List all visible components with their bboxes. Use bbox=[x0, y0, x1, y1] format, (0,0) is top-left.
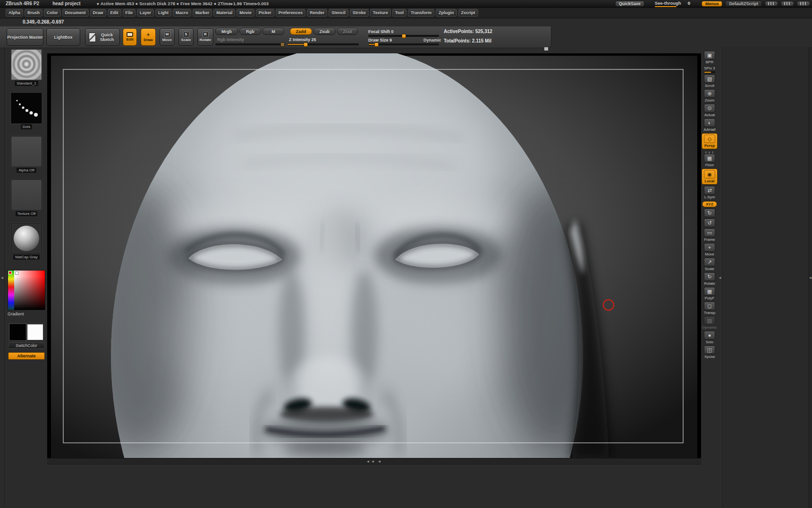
projection-master-button[interactable]: Projection Master bbox=[7, 28, 43, 46]
menu-item[interactable]: Zplugin bbox=[436, 9, 457, 17]
shelf-button[interactable]: ◫ Xpose bbox=[702, 346, 718, 359]
menu-item[interactable]: Material bbox=[213, 9, 235, 17]
color-picker[interactable] bbox=[8, 270, 45, 310]
shelf-icon: ▨ bbox=[704, 316, 715, 325]
shelf-button[interactable]: x y z ▦ Floor bbox=[702, 151, 718, 167]
shelf-button[interactable]: ▭ Frame bbox=[702, 229, 718, 242]
current-brush-thumbnail[interactable] bbox=[11, 49, 42, 80]
menu-item[interactable]: Layer bbox=[137, 9, 154, 17]
shelf-icon: ◻ bbox=[704, 302, 715, 310]
shelf-button[interactable]: ◻ Transp bbox=[702, 302, 718, 315]
switch-color-button[interactable]: SwitchColor bbox=[8, 342, 45, 349]
scale-button[interactable]: S Scale bbox=[178, 28, 194, 46]
menu-item[interactable]: Tool bbox=[392, 9, 406, 17]
menu-item[interactable]: Texture bbox=[370, 9, 391, 17]
menu-item[interactable]: Draw bbox=[90, 9, 106, 17]
shelf-button[interactable]: ↻ Rotate bbox=[702, 272, 718, 286]
tray-toggle-button[interactable] bbox=[797, 1, 810, 6]
z-intensity-slider[interactable] bbox=[287, 43, 359, 45]
shelf-button[interactable]: ● Solo bbox=[702, 331, 718, 344]
menu-item[interactable]: Picker bbox=[256, 9, 274, 17]
shelf-button[interactable]: ⇄ L.Sym bbox=[702, 186, 718, 199]
rotate-button[interactable]: R Rotate bbox=[197, 28, 213, 46]
menu-item[interactable]: Color bbox=[44, 9, 61, 17]
shelf-label: PolyF bbox=[705, 296, 714, 300]
menu-item[interactable]: Document bbox=[62, 9, 89, 17]
shelf-button[interactable]: ▨ Dynamic bbox=[702, 316, 718, 330]
alpha-thumbnail[interactable] bbox=[11, 136, 42, 167]
lightbox-button[interactable]: LightBox bbox=[46, 28, 80, 46]
texture-thumbnail[interactable] bbox=[11, 179, 42, 211]
slider-knob[interactable] bbox=[280, 42, 285, 47]
slider-knob[interactable] bbox=[304, 42, 308, 47]
menu-item[interactable]: Zscript bbox=[458, 9, 478, 17]
menu-item[interactable]: Alpha bbox=[6, 9, 23, 17]
shelf-button[interactable]: ▧ Scroll bbox=[702, 75, 718, 88]
dynamic-mode-label[interactable]: Dynamic bbox=[423, 38, 441, 42]
secondary-color-swatch[interactable] bbox=[27, 324, 43, 340]
m-button[interactable]: M bbox=[262, 28, 284, 35]
zadd-button[interactable]: Zadd bbox=[290, 28, 312, 35]
canvas-viewport[interactable] bbox=[47, 53, 701, 458]
shelf-button[interactable]: ▣ BPR bbox=[702, 51, 718, 64]
right-shelf-divider[interactable]: ◄ bbox=[718, 47, 722, 508]
stroke-type-thumbnail[interactable] bbox=[11, 93, 42, 124]
shelf-button[interactable]: ↺ bbox=[702, 219, 718, 227]
shelf-button[interactable]: SPix 3 bbox=[702, 66, 718, 73]
rgb-button[interactable]: Rgb bbox=[239, 28, 261, 35]
shelf-button[interactable]: ↻ bbox=[702, 209, 718, 217]
shelf-button[interactable]: ◉ Local bbox=[702, 169, 718, 185]
right-tray-divider[interactable]: ◄ bbox=[808, 47, 812, 508]
canvas-scrollbar[interactable]: ◄◄ ◄ bbox=[47, 458, 701, 465]
menu-item[interactable]: Transform bbox=[408, 9, 434, 17]
draw-size-slider[interactable] bbox=[368, 43, 439, 45]
menu-item[interactable]: Macro bbox=[173, 9, 191, 17]
hue-strip[interactable] bbox=[8, 271, 14, 310]
menu-item[interactable]: Preferences bbox=[276, 9, 306, 17]
shelf-button[interactable]: ◐ AAHalf bbox=[702, 119, 718, 132]
menu-item[interactable]: Light bbox=[155, 9, 171, 17]
menu-item[interactable]: Marker bbox=[193, 9, 212, 17]
zsub-button[interactable]: Zsub bbox=[313, 28, 336, 35]
tray-toggle-button[interactable] bbox=[781, 1, 794, 6]
shelf-button[interactable]: ↗ Scale bbox=[702, 258, 718, 271]
shelf-button[interactable]: XYZ bbox=[702, 201, 718, 207]
main-color-swatch[interactable] bbox=[9, 324, 26, 340]
alpha-label: Alpha Off bbox=[17, 168, 36, 173]
quicksave-button[interactable]: QuickSave bbox=[615, 1, 644, 7]
draw-button[interactable]: + Draw bbox=[141, 28, 156, 46]
slider-knob[interactable] bbox=[402, 34, 406, 38]
menu-item[interactable]: Movie bbox=[237, 9, 254, 17]
shelf-resize-handle[interactable] bbox=[544, 47, 549, 51]
material-thumbnail[interactable] bbox=[11, 223, 42, 254]
shelf-button[interactable]: ⊙ Actual bbox=[702, 104, 718, 117]
quick-sketch-button[interactable]: Quick Sketch bbox=[85, 28, 120, 46]
tray-toggle-button[interactable] bbox=[765, 1, 778, 6]
menu-item[interactable]: Stencil bbox=[329, 9, 348, 17]
menu-item[interactable]: File bbox=[123, 9, 136, 17]
scrollbar-arrows-icon[interactable]: ◄◄ ◄ bbox=[366, 459, 382, 464]
menus-button[interactable]: Menus bbox=[702, 1, 723, 7]
slider-knob[interactable] bbox=[374, 42, 379, 47]
saturation-value-square[interactable] bbox=[14, 271, 45, 310]
menu-item[interactable]: Brush bbox=[25, 9, 42, 17]
rgb-intensity-slider[interactable] bbox=[215, 43, 285, 45]
shelf-button[interactable]: ⊕ Zoom bbox=[702, 89, 718, 102]
left-tray-divider[interactable]: ◄ bbox=[0, 47, 5, 508]
menu-item[interactable]: Stroke bbox=[350, 9, 369, 17]
alternate-button[interactable]: Alternate bbox=[8, 352, 45, 360]
shelf-button[interactable]: ▦ PolyF bbox=[702, 287, 718, 300]
default-zscript-button[interactable]: DefaultZScript bbox=[725, 1, 762, 7]
move-button[interactable]: M Move bbox=[160, 28, 175, 46]
focal-shift-slider[interactable] bbox=[368, 35, 439, 37]
menu-item[interactable]: Edit bbox=[108, 9, 121, 17]
edit-button[interactable]: Edit bbox=[123, 28, 137, 46]
zcut-button[interactable]: Zcut bbox=[337, 28, 358, 35]
see-through-slider[interactable]: See-through 0 bbox=[655, 0, 690, 7]
active-points-stat: ActivePoints: 525,312 bbox=[444, 29, 492, 34]
mrgb-button[interactable]: Mrgb bbox=[215, 28, 238, 35]
menu-item[interactable]: Render bbox=[307, 9, 327, 17]
shelf-button[interactable]: ◇ Persp bbox=[702, 133, 718, 149]
shelf-button[interactable]: + Move bbox=[702, 243, 718, 256]
spix-slider[interactable] bbox=[704, 71, 715, 73]
